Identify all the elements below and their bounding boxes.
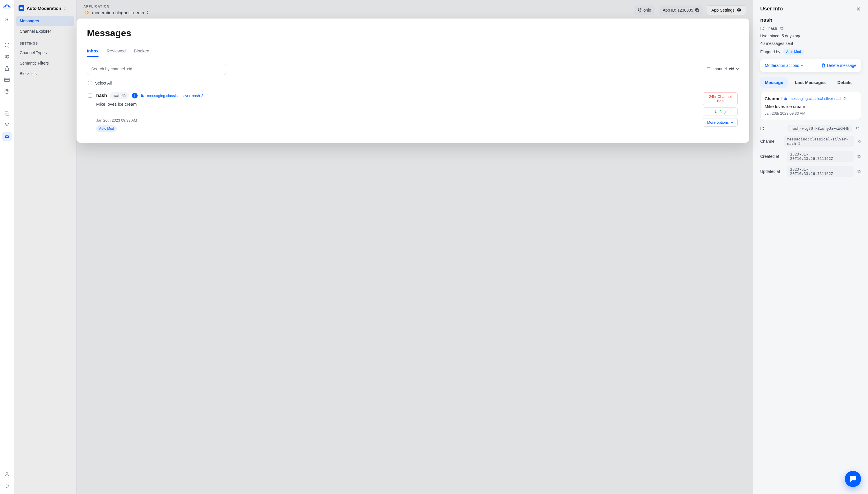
message-text: Mike loves ice cream xyxy=(96,102,699,107)
svg-point-2 xyxy=(5,46,6,47)
chevron-updown-icon[interactable] xyxy=(63,6,66,10)
sidebar: Auto Moderation Messages Channel Explore… xyxy=(14,0,76,494)
flagged-by-badge: Auto Mod xyxy=(783,49,804,55)
workspace-avatar[interactable]: S xyxy=(2,15,12,24)
app-id-chip[interactable]: App ID: 1230005 xyxy=(659,5,703,15)
app-settings-button[interactable]: App Settings xyxy=(707,5,746,15)
sidebar-item-channel-types[interactable]: Channel Types xyxy=(16,48,74,58)
delete-message-button[interactable]: Delete message xyxy=(821,63,856,68)
search-input[interactable] xyxy=(87,63,226,75)
chevron-down-icon xyxy=(801,64,804,66)
svg-rect-14 xyxy=(5,135,9,138)
message-tabs: Inbox Reviewed Blocked xyxy=(87,45,739,57)
tab-last-messages[interactable]: Last Messages xyxy=(790,77,830,88)
users-icon[interactable] xyxy=(2,52,12,61)
svg-point-20 xyxy=(639,9,640,10)
copy-icon[interactable] xyxy=(122,94,126,98)
sidebar-item-blocklists[interactable]: Blocklists xyxy=(16,68,74,79)
channel-cid-link[interactable]: messaging:classical-silver-nash-2 xyxy=(790,96,846,101)
message-checkbox[interactable] xyxy=(88,94,92,98)
sidebar-item-channel-explorer[interactable]: Channel Explorer xyxy=(16,26,74,37)
svg-rect-31 xyxy=(859,141,861,142)
more-options-button[interactable]: More options xyxy=(703,118,738,127)
user-info-panel: User Info nash ID: nash User since: 5 da… xyxy=(753,0,868,494)
channel-label: Channel xyxy=(764,96,782,101)
user-since: User since: 5 days ago xyxy=(760,34,801,38)
channel-message-text: Mike loves ice cream xyxy=(764,104,857,109)
apps-icon[interactable] xyxy=(2,40,12,50)
chat-nav-icon[interactable] xyxy=(2,109,12,118)
channel-message-box: Channel messaging:classical-silver-nash-… xyxy=(760,92,861,120)
product-title: Auto Moderation xyxy=(27,6,61,11)
help-icon[interactable] xyxy=(2,87,12,96)
logout-icon[interactable] xyxy=(2,481,12,491)
copy-icon[interactable] xyxy=(856,127,860,131)
svg-point-13 xyxy=(6,125,7,126)
chevron-updown-icon[interactable] xyxy=(146,11,149,14)
svg-rect-3 xyxy=(8,46,9,47)
flagged-by-label: Flagged by xyxy=(760,50,780,54)
app-name[interactable]: moderation-blogpost-demo xyxy=(92,10,144,15)
sidebar-item-semantic-filters[interactable]: Semantic Filters xyxy=(16,58,74,68)
svg-rect-30 xyxy=(857,128,859,130)
tab-blocked[interactable]: Blocked xyxy=(134,45,149,57)
copy-icon[interactable] xyxy=(857,154,861,158)
meta-created-label: Created at xyxy=(760,154,784,159)
svg-rect-21 xyxy=(696,9,699,12)
user-id-value: nash xyxy=(768,26,777,31)
copy-icon[interactable] xyxy=(857,139,861,143)
copy-icon[interactable] xyxy=(857,169,861,173)
region-selector[interactable]: ohio xyxy=(634,5,655,15)
svg-point-4 xyxy=(5,55,7,57)
filter-dropdown[interactable]: channel_cid xyxy=(707,66,739,71)
account-icon[interactable] xyxy=(2,470,12,479)
close-icon[interactable] xyxy=(856,6,861,12)
sidebar-heading-settings: SETTINGS xyxy=(16,37,74,48)
tab-details[interactable]: Details xyxy=(833,77,856,88)
messages-sent: 46 messages sent xyxy=(760,41,793,46)
moderation-actions-card: Moderation actions Delete message xyxy=(760,59,861,72)
user-name: nash xyxy=(760,17,861,23)
logo-icon xyxy=(3,3,11,9)
copy-icon[interactable] xyxy=(780,26,784,31)
chat-fab[interactable] xyxy=(845,471,861,487)
filter-icon xyxy=(707,67,711,71)
chat-bubble-icon xyxy=(849,475,857,482)
svg-rect-28 xyxy=(781,27,783,30)
meta-channel-value: messaging:classical-silver-nash-2 xyxy=(784,136,854,147)
chevron-down-icon xyxy=(731,121,734,124)
svg-point-5 xyxy=(7,55,8,56)
info-icon[interactable]: i xyxy=(132,93,137,98)
copy-icon[interactable] xyxy=(695,8,699,12)
lock-icon xyxy=(784,97,787,100)
automod-badge: Auto Mod xyxy=(96,126,117,132)
trash-icon xyxy=(821,63,826,68)
channel-cid-link[interactable]: messaging:classical-silver-nash-2 xyxy=(147,94,203,98)
moderation-icon[interactable] xyxy=(2,132,12,141)
code-icon xyxy=(84,9,90,16)
gear-icon xyxy=(737,8,741,13)
select-all-checkbox[interactable] xyxy=(88,81,92,85)
select-all-label: Select All xyxy=(95,81,112,86)
location-icon xyxy=(638,8,642,13)
tab-reviewed[interactable]: Reviewed xyxy=(107,45,126,57)
unflag-button[interactable]: Unflag xyxy=(703,108,738,116)
meta-updated-label: Updated at xyxy=(760,169,784,174)
user-id-label: ID: xyxy=(760,26,765,31)
meta-updated-value: 2023-01-20T16:33:26.731162Z xyxy=(787,166,853,177)
svg-rect-33 xyxy=(858,171,860,173)
product-icon xyxy=(19,5,24,11)
channel-ban-button[interactable]: 24hr Channel Ban xyxy=(703,92,738,105)
tab-message[interactable]: Message xyxy=(760,77,788,88)
svg-rect-6 xyxy=(5,68,9,71)
messages-panel: Messages Inbox Reviewed Blocked channel_… xyxy=(76,19,749,143)
feeds-icon[interactable] xyxy=(2,120,12,130)
sender-id-pill[interactable]: nash xyxy=(110,92,129,99)
billing-icon[interactable] xyxy=(2,75,12,84)
sidebar-item-messages[interactable]: Messages xyxy=(16,16,74,26)
tab-inbox[interactable]: Inbox xyxy=(87,45,98,57)
user-info-title: User Info xyxy=(760,6,783,12)
lock-icon[interactable] xyxy=(2,64,12,73)
moderation-actions-dropdown[interactable]: Moderation actions xyxy=(765,63,804,68)
message-sender: nash xyxy=(96,93,107,98)
